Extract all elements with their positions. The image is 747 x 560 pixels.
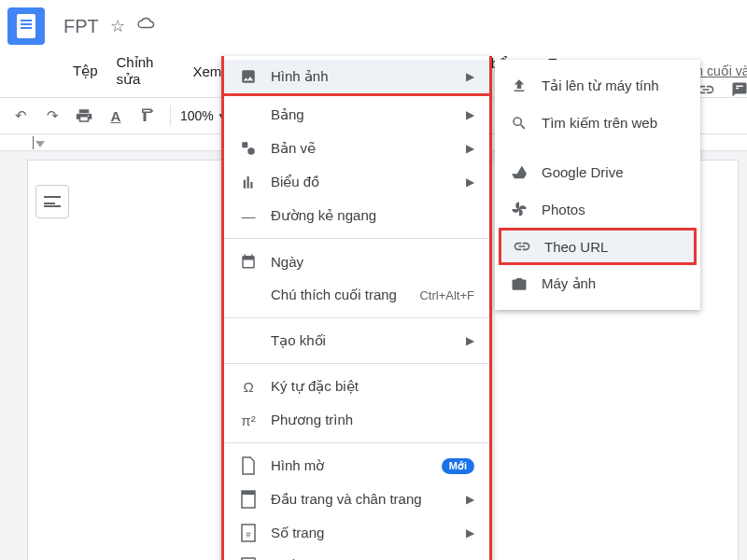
menu-divider (224, 442, 489, 443)
new-badge: Mới (442, 458, 474, 474)
menu-item-special-chars[interactable]: Ω Ký tự đặc biệt (224, 370, 489, 403)
chevron-right-icon: ▶ (466, 334, 474, 347)
svg-point-1 (247, 147, 255, 155)
link-icon (513, 237, 531, 256)
star-icon[interactable]: ☆ (110, 16, 125, 36)
chevron-right-icon: ▶ (466, 175, 474, 189)
svg-rect-3 (242, 491, 255, 495)
submenu-item-upload[interactable]: Tải lên từ máy tính (495, 67, 700, 105)
spellcheck-button[interactable]: A (103, 103, 129, 129)
submenu-item-by-url[interactable]: Theo URL (499, 228, 697, 265)
undo-button[interactable]: ↶ (7, 103, 34, 129)
cloud-icon[interactable] (136, 16, 157, 36)
docs-logo[interactable] (7, 7, 45, 45)
drive-icon (510, 162, 529, 181)
chevron-right-icon: ▶ (466, 493, 474, 506)
menu-edit[interactable]: Chỉnh sửa (107, 50, 184, 91)
chevron-right-icon: ▶ (466, 142, 474, 155)
menu-item-page-numbers[interactable]: # Số trang ▶ (224, 516, 489, 550)
header-top-row: FPT ☆ (7, 7, 747, 45)
paint-format-button[interactable] (134, 103, 161, 129)
svg-rect-0 (242, 142, 247, 147)
submenu-item-camera[interactable]: Máy ảnh (495, 265, 700, 302)
menu-item-drawing[interactable]: Bản vẽ ▶ (224, 132, 489, 165)
photos-icon (510, 200, 529, 218)
chevron-right-icon: ▶ (466, 108, 474, 121)
insert-dropdown-menu: Hình ảnh ▶ Bảng ▶ Bản vẽ ▶ Biểu đồ ▶ — Đ… (221, 56, 492, 560)
block-icon (239, 331, 258, 350)
chart-icon (239, 173, 258, 191)
camera-icon (510, 274, 529, 293)
calendar-icon (239, 252, 258, 271)
menu-item-building-blocks[interactable]: Tạo khối ▶ (224, 324, 489, 357)
menu-item-watermark[interactable]: Hình mờ Mới (224, 449, 489, 483)
submenu-item-drive[interactable]: Google Drive (495, 153, 700, 190)
svg-text:#: # (246, 530, 250, 539)
menu-item-equation[interactable]: π² Phương trình (224, 403, 489, 437)
outline-toggle-button[interactable] (35, 185, 69, 218)
table-icon (239, 105, 258, 124)
menu-item-table[interactable]: Bảng ▶ (224, 98, 489, 132)
document-title[interactable]: FPT (63, 16, 99, 37)
chevron-right-icon: ▶ (466, 526, 474, 539)
menu-item-chart[interactable]: Biểu đồ ▶ (224, 165, 489, 199)
drawing-icon (239, 139, 258, 158)
menu-item-footnote[interactable]: Chú thích cuối trang Ctrl+Alt+F (224, 278, 489, 312)
footnote-icon (239, 286, 258, 304)
header-footer-icon (239, 490, 258, 509)
menu-divider (224, 238, 489, 239)
print-button[interactable] (71, 103, 97, 129)
omega-icon: Ω (239, 377, 258, 396)
submenu-item-photos[interactable]: Photos (495, 190, 700, 228)
comment-icon[interactable] (726, 77, 747, 103)
hr-icon: — (239, 206, 258, 225)
menu-item-date[interactable]: Ngày (224, 245, 489, 278)
menu-item-headers-footers[interactable]: Đầu trang và chân trang ▶ (224, 483, 489, 516)
menu-label: Hình ảnh (271, 68, 453, 85)
menu-item-hr[interactable]: — Đường kẻ ngang (224, 199, 489, 232)
watermark-icon (239, 456, 258, 475)
image-submenu: Tải lên từ máy tính Tìm kiếm trên web Go… (495, 60, 700, 310)
redo-button[interactable]: ↷ (39, 103, 65, 129)
upload-icon (510, 77, 529, 95)
menu-item-break[interactable]: Ngắt ▶ (224, 550, 489, 560)
image-icon (239, 67, 258, 86)
page-number-icon: # (239, 524, 258, 542)
submenu-item-web-search[interactable]: Tìm kiếm trên web (495, 105, 700, 142)
zoom-selector[interactable]: 100%▼ (180, 108, 227, 123)
menu-divider (224, 363, 489, 364)
menu-file[interactable]: Tệp (63, 59, 107, 83)
chevron-right-icon: ▶ (466, 70, 474, 83)
search-icon (510, 114, 529, 133)
menu-divider (224, 317, 489, 318)
title-icon-group: ☆ (110, 16, 157, 36)
pi-icon: π² (239, 411, 258, 429)
menu-item-image[interactable]: Hình ảnh ▶ (224, 60, 489, 93)
